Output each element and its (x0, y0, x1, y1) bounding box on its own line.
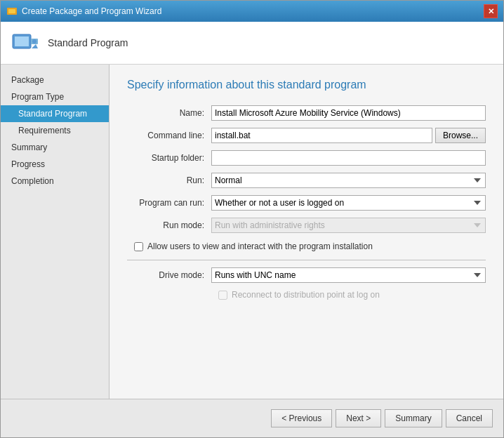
program-can-run-row: Program can run: Whether or not a user i… (127, 195, 486, 211)
run-mode-row: Run mode: Run with administrative rights (127, 218, 486, 233)
wizard-window: Create Package and Program Wizard ✕ Stan… (0, 0, 504, 438)
summary-button[interactable]: Summary (385, 409, 442, 427)
command-label: Command line: (127, 131, 211, 140)
svg-marker-6 (32, 44, 38, 48)
svg-rect-3 (15, 36, 29, 46)
window-title: Create Package and Program Wizard (22, 6, 161, 16)
sidebar-item-progress[interactable]: Progress (1, 156, 109, 173)
startup-input[interactable] (211, 150, 486, 166)
run-select[interactable]: Normal Minimized Maximized Hidden (211, 173, 486, 188)
allow-interact-checkbox[interactable] (134, 242, 143, 251)
drive-mode-row: Drive mode: Runs with UNC name Requires … (127, 267, 486, 283)
close-button[interactable]: ✕ (484, 4, 498, 18)
footer: < Previous Next > Summary Cancel (1, 399, 503, 437)
name-label: Name: (127, 108, 211, 118)
allow-interact-label: Allow users to view and interact with th… (147, 241, 373, 251)
run-mode-select: Run with administrative rights (211, 218, 486, 233)
program-can-run-select[interactable]: Whether or not a user is logged on Only … (211, 195, 486, 211)
header-area: Standard Program (1, 22, 503, 65)
next-button[interactable]: Next > (336, 409, 381, 427)
previous-button[interactable]: < Previous (271, 409, 332, 427)
drive-mode-select[interactable]: Runs with UNC name Requires drive letter… (211, 267, 486, 283)
command-row: Command line: Browse... (127, 128, 486, 143)
content-area: Package Program Type Standard Program Re… (1, 65, 503, 399)
sidebar: Package Program Type Standard Program Re… (1, 65, 110, 399)
divider (127, 260, 486, 260)
sidebar-item-summary[interactable]: Summary (1, 139, 109, 156)
name-input[interactable] (211, 105, 486, 121)
header-text: Standard Program (48, 37, 128, 48)
main-title: Specify information about this standard … (127, 79, 486, 91)
run-mode-label: Run mode: (127, 220, 211, 230)
svg-rect-1 (8, 9, 15, 13)
startup-row: Startup folder: (127, 150, 486, 166)
title-bar-left: Create Package and Program Wizard (6, 6, 161, 17)
browse-button[interactable]: Browse... (435, 128, 486, 143)
sidebar-item-completion[interactable]: Completion (1, 173, 109, 190)
run-row: Run: Normal Minimized Maximized Hidden (127, 173, 486, 188)
cancel-button[interactable]: Cancel (446, 409, 493, 427)
reconnect-row: Reconnect to distribution point at log o… (127, 290, 486, 300)
name-row: Name: (127, 105, 486, 121)
run-label: Run: (127, 175, 211, 185)
allow-interact-row: Allow users to view and interact with th… (127, 241, 486, 251)
drive-mode-label: Drive mode: (127, 270, 211, 280)
command-input[interactable] (211, 128, 432, 143)
reconnect-label: Reconnect to distribution point at log o… (232, 290, 380, 300)
sidebar-item-standard-program[interactable]: Standard Program (1, 105, 109, 122)
sidebar-item-program-type[interactable]: Program Type (1, 88, 109, 105)
svg-point-5 (32, 39, 37, 44)
program-icon (11, 29, 39, 57)
sidebar-item-requirements[interactable]: Requirements (1, 122, 109, 139)
startup-label: Startup folder: (127, 153, 211, 163)
app-icon (6, 6, 18, 17)
title-bar: Create Package and Program Wizard ✕ (1, 1, 503, 22)
program-can-run-label: Program can run: (127, 198, 211, 208)
sidebar-item-package[interactable]: Package (1, 72, 109, 88)
main-content: Specify information about this standard … (110, 65, 503, 399)
reconnect-checkbox (218, 291, 227, 300)
